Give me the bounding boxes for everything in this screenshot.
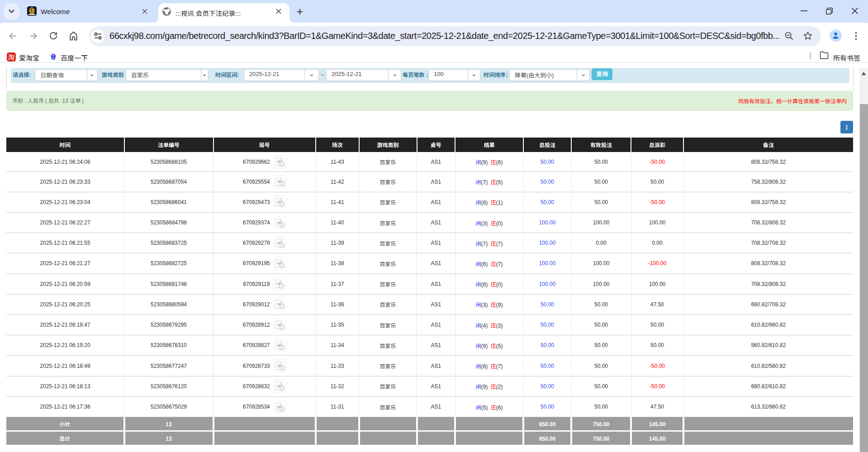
svg-text:du: du <box>52 57 55 59</box>
